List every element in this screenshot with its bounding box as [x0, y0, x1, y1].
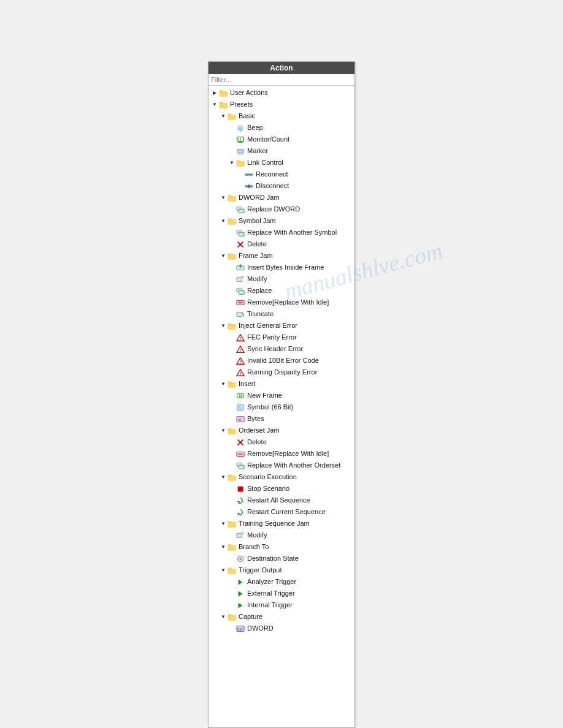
tree-item-beep[interactable]: ♪)Beep [209, 122, 354, 134]
tree-item-invalid-10bit-error-code[interactable]: !Invalid 10Bit Error Code [209, 355, 354, 366]
tree-item-insert-bytes-inside-frame[interactable]: Insert Bytes Inside Frame [209, 262, 354, 273]
svg-point-93 [239, 558, 242, 560]
svg-rect-82 [238, 486, 243, 491]
svg-rect-19 [245, 173, 248, 176]
tree-item-orderset-jam[interactable]: ▼Orderset Jam [209, 425, 354, 436]
tree-item-dword-capture[interactable]: DWDWORD [209, 623, 354, 634]
tree-item-branch-to[interactable]: ▼Branch To [209, 541, 354, 553]
arrow-folder-icon [218, 88, 228, 98]
tree-item-label: Invalid 10Bit Error Code [247, 355, 319, 366]
tree-item-dword-jam[interactable]: ▼DWORD Jam [209, 192, 354, 203]
svg-rect-37 [239, 232, 244, 236]
tree-item-label: Monitor/Count [247, 134, 289, 145]
svg-text:N: N [239, 393, 242, 398]
svg-rect-52 [237, 312, 242, 316]
tree-item-restart-current-sequence[interactable]: Restart Current Sequence [209, 506, 354, 518]
tree-item-training-sequence-jam[interactable]: ▼Training Sequence Jam [209, 518, 354, 529]
svg-text:S: S [239, 405, 242, 409]
tree-item-replace-with-another-symbol[interactable]: Replace With Another Symbol [209, 227, 354, 238]
tree-item-label: Truncate [247, 309, 274, 319]
new-frame-icon: N [236, 391, 245, 401]
tree-item-symbol-jam[interactable]: ▼Symbol Jam [209, 215, 354, 227]
tree-item-destination-state[interactable]: Destination State [209, 553, 354, 564]
tree-item-new-frame[interactable]: NNew Frame [209, 390, 354, 401]
svg-rect-0 [220, 91, 227, 96]
tree-item-presets[interactable]: ▼Presets [209, 99, 354, 110]
bytes-icon: 01 [236, 414, 245, 424]
svg-rect-73 [228, 428, 231, 430]
svg-rect-4 [228, 115, 236, 119]
tree-item-analyzer-trigger[interactable]: Analyzer Trigger [209, 576, 354, 588]
svg-text:01: 01 [238, 417, 242, 421]
tree-item-trigger-output[interactable]: ▼Trigger Output [209, 564, 354, 576]
tree-item-label: Orderset Jam [239, 425, 280, 436]
tree-item-replace-frame[interactable]: Replace [209, 285, 354, 297]
tree-item-scenario-execution[interactable]: ▼Scenario Execution [209, 471, 354, 483]
filter-bar[interactable] [209, 74, 354, 86]
svg-rect-87 [237, 533, 242, 537]
svg-rect-18 [237, 160, 240, 162]
tree-item-stop-scenario[interactable]: Stop Scenario [209, 483, 354, 495]
tree-item-label: External Trigger [247, 588, 295, 599]
tree-item-restart-all-sequence[interactable]: Restart All Sequence [209, 495, 354, 506]
svg-text:DW: DW [237, 627, 243, 631]
arrow-folder-icon [227, 519, 237, 529]
svg-rect-17 [237, 161, 244, 166]
marker-icon [236, 146, 245, 156]
tree-item-label: DWORD [247, 623, 274, 634]
tree-item-running-disparity-error[interactable]: !Running Disparity Error [209, 366, 354, 378]
svg-text:♪): ♪) [238, 126, 242, 131]
svg-text:!: ! [240, 359, 241, 365]
tree-item-modify-training[interactable]: Modify [209, 529, 354, 541]
tree-item-user-actions[interactable]: ▶User Actions [209, 87, 354, 99]
tree-item-inject-general-error[interactable]: ▼Inject General Error [209, 320, 354, 332]
svg-text:!: ! [240, 371, 241, 376]
tree-item-truncate[interactable]: Truncate [209, 308, 354, 320]
tree-item-label: Branch To [239, 542, 269, 552]
tree-item-fec-parity-error[interactable]: !FEC Parity Error [209, 332, 354, 343]
tree-item-remove-replace-idle-orderset[interactable]: Remove[Replace With Idle] [209, 448, 354, 460]
tree-content: ▶User Actions▼Presets▼Basic♪)BeepMonitor… [209, 86, 354, 635]
tree-item-internal-trigger[interactable]: Internal Trigger [209, 599, 354, 611]
tree-item-label: Symbol (66 Bit) [247, 402, 293, 412]
tree-item-marker[interactable]: Marker [209, 145, 354, 157]
tree-item-frame-jam[interactable]: ▼Frame Jam [209, 250, 354, 262]
tree-item-symbol-66bit[interactable]: SSymbol (66 Bit) [209, 401, 354, 413]
tree-item-replace-dword[interactable]: Replace DWORD [209, 203, 354, 215]
tree-item-capture[interactable]: ▼Capture [209, 611, 354, 623]
tree-item-bytes[interactable]: 01Bytes [209, 413, 354, 425]
replace-icon [236, 461, 245, 471]
tree-item-label: Delete [247, 437, 267, 447]
tree-item-label: Replace With Another Orderset [247, 460, 340, 471]
svg-rect-95 [228, 567, 231, 569]
tree-item-external-trigger[interactable]: External Trigger [209, 588, 354, 599]
remove-icon [236, 449, 245, 459]
svg-marker-98 [239, 602, 243, 608]
tree-item-modify-frame[interactable]: Modify [209, 273, 354, 285]
tree-item-insert[interactable]: ▼Insert [209, 378, 354, 390]
tree-item-basic[interactable]: ▼Basic [209, 110, 354, 122]
tree-item-delete-symbol[interactable]: Delete [209, 238, 354, 250]
svg-rect-31 [228, 195, 231, 197]
tree-item-disconnect[interactable]: Disconnect [209, 180, 354, 192]
tree-item-link-control[interactable]: ▼Link Control [209, 157, 354, 169]
filter-input[interactable] [211, 76, 352, 83]
trigger-icon [236, 589, 245, 599]
svg-rect-45 [237, 277, 242, 281]
svg-rect-3 [220, 102, 223, 104]
tree-item-reconnect[interactable]: Reconnect [209, 169, 354, 180]
tree-item-sync-header-error[interactable]: !Sync Header Error [209, 343, 354, 355]
sound-icon: ♪) [236, 123, 245, 133]
tree-item-replace-with-another-orderset[interactable]: Replace With Another Orderset [209, 460, 354, 471]
tree-item-label: Link Control [247, 157, 283, 168]
svg-rect-85 [228, 522, 236, 527]
tree-item-monitor-count[interactable]: Monitor/Count [209, 134, 354, 145]
svg-line-53 [242, 312, 245, 316]
error-icon: ! [236, 344, 245, 354]
svg-rect-90 [228, 545, 236, 550]
tree-item-remove-replace-idle[interactable]: Remove[Replace With Idle] [209, 297, 354, 308]
tree-item-label: Replace [247, 286, 272, 296]
trigger-icon [236, 601, 245, 610]
tree-item-delete-orderset[interactable]: Delete [209, 436, 354, 448]
svg-rect-40 [228, 254, 236, 259]
